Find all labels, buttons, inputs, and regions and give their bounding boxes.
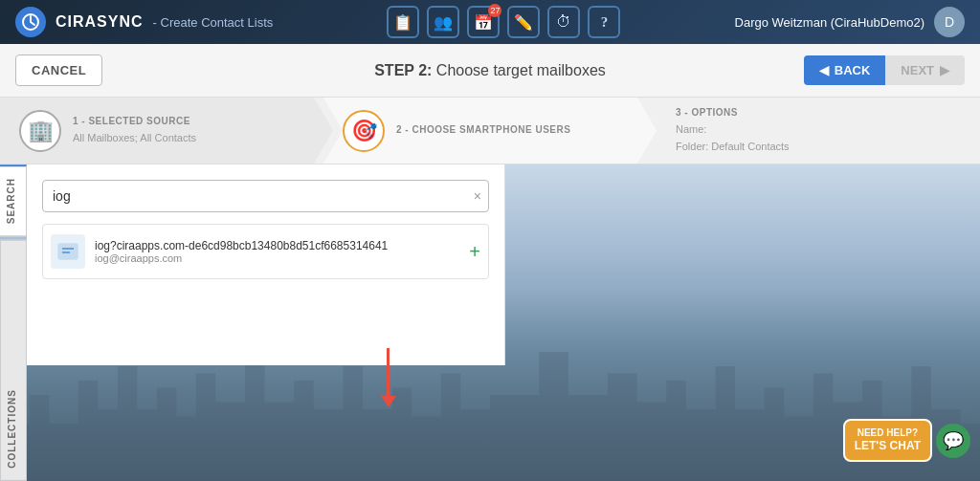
contacts-nav-icon[interactable]: 📋 — [387, 6, 419, 38]
arrow-head — [381, 396, 396, 407]
main-content-area: SEARCH COLLECTIONS × iog?ciraapps.com-de… — [0, 164, 980, 481]
user-area: Dargo Weitzman (CiraHubDemo2) D — [735, 7, 965, 37]
result-item-text: iog?ciraapps.com-de6cd98bcb13480b8d51cf6… — [95, 239, 459, 264]
step-3-folder-label: Folder: Default Contacts — [676, 141, 790, 152]
step-2-icon: 🎯 — [343, 110, 385, 152]
collections-tab-label: COLLECTIONS — [7, 389, 17, 469]
step-3-content: 3 - OPTIONS Name: Folder: Default Contac… — [676, 107, 790, 154]
app-subtitle: - Create Contact Lists — [153, 15, 274, 30]
next-label: NEXT — [901, 63, 934, 77]
back-label: BACK — [835, 63, 871, 77]
wizard-step-3: 3 - OPTIONS Name: Folder: Default Contac… — [647, 98, 980, 164]
step-3-name-label: Name: — [676, 123, 706, 135]
top-navigation: CIRASYNC - Create Contact Lists 📋 👥 📅 27… — [0, 0, 980, 44]
result-email-id: iog?ciraapps.com-de6cd98bcb13480b8d51cf6… — [95, 239, 459, 252]
step-1-icon: 🏢 — [19, 110, 61, 152]
step-2-number: 2 - CHOOSE SMARTPHONE USERS — [396, 124, 570, 135]
logo-area: CIRASYNC - Create Contact Lists — [15, 7, 273, 37]
app-name: CIRASYNC — [56, 13, 144, 31]
search-result-item: iog?ciraapps.com-de6cd98bcb13480b8d51cf6… — [42, 224, 489, 279]
wizard-steps-bar: 🏢 1 - SELECTED SOURCE All Mailboxes; All… — [0, 98, 980, 164]
edit-nav-icon[interactable]: ✏️ — [507, 6, 540, 38]
help-nav-icon[interactable]: ? — [588, 6, 620, 38]
clock-nav-icon[interactable]: ⏱ — [547, 6, 580, 38]
step-3-number: 3 - OPTIONS — [676, 107, 790, 118]
users-nav-icon[interactable]: 👥 — [427, 6, 459, 38]
nav-icons-group: 📋 👥 📅 27 ✏️ ⏱ ? — [387, 6, 620, 38]
arrow-indicator — [191, 348, 585, 407]
result-item-icon — [51, 234, 85, 269]
search-panel: × iog?ciraapps.com-de6cd98bcb13480b8d51c… — [27, 164, 505, 365]
back-button[interactable]: ◀ BACK — [804, 55, 886, 85]
user-name-label: Dargo Weitzman (CiraHubDemo2) — [735, 15, 924, 30]
search-input-wrapper: × — [42, 180, 489, 212]
avatar[interactable]: D — [934, 7, 965, 37]
logo-icon — [15, 7, 46, 37]
cancel-button[interactable]: CANCEL — [15, 55, 102, 86]
result-email: iog@ciraapps.com — [95, 252, 459, 264]
next-chevron-icon: ▶ — [940, 63, 949, 77]
step-title: STEP 2: Choose target mailboxes — [374, 62, 606, 79]
add-result-button[interactable]: + — [469, 241, 480, 263]
navigation-buttons: ◀ BACK NEXT ▶ — [804, 55, 965, 85]
step-number-label: STEP 2: — [374, 62, 432, 78]
chat-bubble-icon[interactable]: 💬 — [936, 424, 970, 458]
chat-icon: 💬 — [943, 430, 964, 451]
search-input[interactable] — [42, 180, 489, 212]
calendar-nav-icon[interactable]: 📅 27 — [467, 6, 500, 38]
arrow-line — [387, 348, 390, 396]
calendar-badge: 27 — [488, 4, 501, 17]
wizard-toolbar: CANCEL STEP 2: Choose target mailboxes ◀… — [0, 44, 980, 98]
wizard-step-1: 🏢 1 - SELECTED SOURCE All Mailboxes; All… — [0, 98, 333, 164]
svg-rect-1 — [58, 244, 78, 259]
step-1-number: 1 - SELECTED SOURCE — [73, 116, 196, 126]
wizard-step-2: 🎯 2 - CHOOSE SMARTPHONE USERS — [323, 98, 657, 164]
step-1-content: 1 - SELECTED SOURCE All Mailboxes; All C… — [73, 116, 196, 145]
step-1-sublabel: All Mailboxes; All Contacts — [73, 132, 196, 143]
collections-tab[interactable]: COLLECTIONS — [0, 240, 27, 481]
back-chevron-icon: ◀ — [819, 63, 829, 77]
step-2-content: 2 - CHOOSE SMARTPHONE USERS — [396, 124, 570, 137]
chat-badge[interactable]: Need Help? LET'S CHAT — [843, 419, 932, 462]
next-button[interactable]: NEXT ▶ — [885, 55, 965, 85]
search-tab-label: SEARCH — [6, 178, 16, 224]
side-tabs: SEARCH COLLECTIONS — [0, 164, 27, 481]
search-tab[interactable]: SEARCH — [0, 164, 27, 236]
chat-badge-line1: Need Help? — [855, 426, 921, 439]
step-description: Choose target mailboxes — [436, 62, 606, 78]
chat-badge-line2: LET'S CHAT — [855, 439, 921, 454]
clear-search-icon[interactable]: × — [474, 188, 481, 204]
avatar-letter: D — [945, 14, 954, 30]
chat-widget[interactable]: Need Help? LET'S CHAT 💬 — [843, 419, 970, 462]
